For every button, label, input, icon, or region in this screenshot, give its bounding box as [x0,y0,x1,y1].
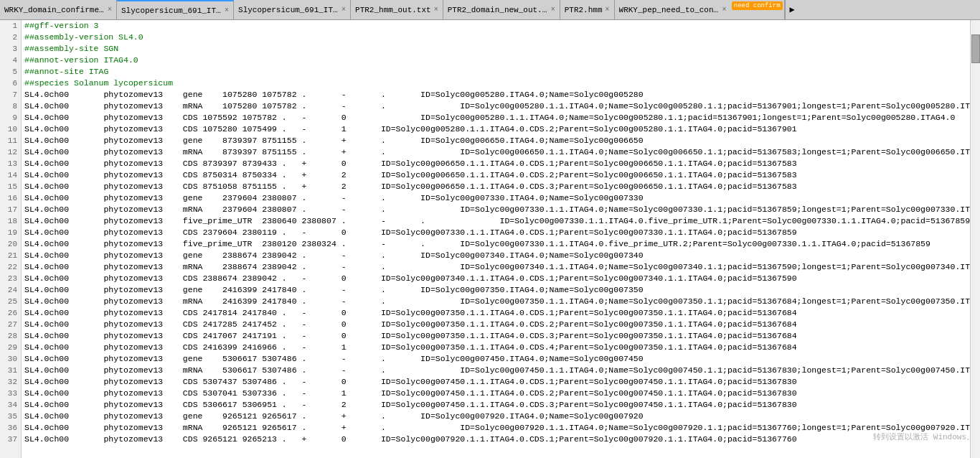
code-line-16: SL4.0ch00 phytozomev13 gene 2379604 2380… [22,192,970,204]
code-line-27: SL4.0ch00 phytozomev13 CDS 2417285 24174… [22,319,970,330]
tab-close-tab3[interactable]: × [341,6,346,14]
line-number-36: 36 [0,422,21,434]
line-number-16: 16 [0,192,21,204]
code-content: ##gff-version 3##assembly-version SL4.0#… [22,20,970,445]
code-line-15: SL4.0ch00 phytozomev13 CDS 8751058 87511… [22,181,970,192]
v-scrollbar[interactable] [970,20,980,458]
line-number-3: 3 [0,43,21,55]
code-line-26: SL4.0ch00 phytozomev13 CDS 2417814 24178… [22,307,970,319]
tab-tab2[interactable]: Slycopersicum_691_ITAG4.0.gene.gff3× [117,0,234,19]
line-number-25: 25 [0,296,21,307]
line-number-33: 33 [0,388,21,399]
code-line-28: SL4.0ch00 phytozomev13 CDS 2417067 24171… [22,330,970,342]
tab-tab1[interactable]: WRKY_domain_confirmed.fas× [0,0,117,19]
code-line-32: SL4.0ch00 phytozomev13 CDS 5307437 53074… [22,376,970,388]
code-line-35: SL4.0ch00 phytozomev13 gene 9265121 9265… [22,411,970,422]
code-line-12: SL4.0ch00 phytozomev13 mRNA 8739397 8751… [22,146,970,158]
code-line-10: SL4.0ch00 phytozomev13 CDS 1075280 10754… [22,123,970,135]
code-line-24: SL4.0ch00 phytozomev13 gene 2416399 2417… [22,284,970,296]
line-number-30: 30 [0,353,21,365]
code-line-30: SL4.0ch00 phytozomev13 gene 5306617 5307… [22,353,970,365]
code-line-37: SL4.0ch00 phytozomev13 CDS 9265121 92652… [22,434,970,445]
line-number-14: 14 [0,169,21,181]
tab-tab7[interactable]: WRKY_pep_need_to_confirm.fas×need confir… [615,0,785,19]
tab-label-tab2: Slycopersicum_691_ITAG4.0.gene.gff3 [121,6,222,15]
tab-close-tab7[interactable]: × [722,6,727,14]
line-number-17: 17 [0,204,21,215]
line-number-13: 13 [0,158,21,169]
tab-tab4[interactable]: PTR2_hmm_out.txt× [351,0,443,19]
line-number-37: 37 [0,434,21,445]
code-line-13: SL4.0ch00 phytozomev13 CDS 8739397 87394… [22,158,970,169]
line-number-10: 10 [0,123,21,135]
code-line-14: SL4.0ch00 phytozomev13 CDS 8750314 87503… [22,169,970,181]
tab-label-tab7: WRKY_pep_need_to_confirm.fas [619,6,720,14]
tab-label-tab1: WRKY_domain_confirmed.fas [4,6,105,14]
code-line-34: SL4.0ch00 phytozomev13 CDS 5306617 53069… [22,399,970,411]
code-area[interactable]: ##gff-version 3##assembly-version SL4.0#… [22,20,970,458]
line-number-35: 35 [0,411,21,422]
tab-scroll-right-btn[interactable]: ▶ [785,0,799,19]
code-line-33: SL4.0ch00 phytozomev13 CDS 5307041 53073… [22,388,970,399]
tab-tab5[interactable]: PTR2_domain_new_out.txt× [443,0,560,19]
tab-label-tab5: PTR2_domain_new_out.txt [448,6,548,14]
line-numbers: 1234567891011121314151617181920212223242… [0,20,22,458]
line-number-23: 23 [0,273,21,284]
tab-bar: WRKY_domain_confirmed.fas×Slycopersicum_… [0,0,980,20]
tab-close-tab5[interactable]: × [551,6,555,14]
line-number-32: 32 [0,376,21,388]
line-number-11: 11 [0,135,21,146]
code-line-23: SL4.0ch00 phytozomev13 CDS 2388674 23890… [22,273,970,284]
line-number-22: 22 [0,261,21,273]
tab-tab3[interactable]: Slycopersicum_691_ITAG4.0.protein.fa× [234,0,351,19]
code-line-9: SL4.0ch00 phytozomev13 CDS 1075592 10757… [22,112,970,123]
line-number-15: 15 [0,181,21,192]
line-number-18: 18 [0,215,21,227]
line-number-19: 19 [0,227,21,238]
line-number-29: 29 [0,342,21,353]
v-scrollbar-thumb[interactable] [971,34,980,63]
line-number-21: 21 [0,250,21,261]
line-number-12: 12 [0,146,21,158]
line-number-27: 27 [0,319,21,330]
line-number-1: 1 [0,20,21,32]
code-line-22: SL4.0ch00 phytozomev13 mRNA 2388674 2389… [22,261,970,273]
code-line-8: SL4.0ch00 phytozomev13 mRNA 1075280 1075… [22,101,970,112]
tab-close-tab4[interactable]: × [434,6,438,14]
code-line-7: SL4.0ch00 phytozomev13 gene 1075280 1075… [22,89,970,101]
code-line-3: ##assembly-site SGN [22,43,970,55]
tab-label-tab3: Slycopersicum_691_ITAG4.0.protein.fa [238,6,339,14]
tab-label-tab6: PTR2.hmm [565,6,603,14]
line-number-24: 24 [0,284,21,296]
line-number-31: 31 [0,365,21,376]
line-number-6: 6 [0,78,21,89]
code-line-31: SL4.0ch00 phytozomev13 mRNA 5306617 5307… [22,365,970,376]
code-line-11: SL4.0ch00 phytozomev13 gene 8739397 8751… [22,135,970,146]
code-line-1: ##gff-version 3 [22,20,970,32]
tab-label-tab4: PTR2_hmm_out.txt [355,6,431,14]
line-number-20: 20 [0,238,21,250]
line-number-4: 4 [0,55,21,66]
editor-area: 1234567891011121314151617181920212223242… [0,20,980,458]
line-number-26: 26 [0,307,21,319]
tab-tab6[interactable]: PTR2.hmm× [560,0,615,19]
code-line-19: SL4.0ch00 phytozomev13 CDS 2379604 23801… [22,227,970,238]
tab-close-tab6[interactable]: × [606,6,610,14]
code-line-4: ##annot-version ITAG4.0 [22,55,970,66]
code-line-25: SL4.0ch00 phytozomev13 mRNA 2416399 2417… [22,296,970,307]
line-number-8: 8 [0,101,21,112]
code-line-18: SL4.0ch00 phytozomev13 five_prime_UTR 23… [22,215,970,227]
line-number-5: 5 [0,66,21,78]
code-line-2: ##assembly-version SL4.0 [22,32,970,43]
line-number-7: 7 [0,89,21,101]
code-line-6: ##species Solanum lycopersicum [22,78,970,89]
need-confirm-badge: need confirm [732,1,783,10]
line-number-34: 34 [0,399,21,411]
code-line-20: SL4.0ch00 phytozomev13 five_prime_UTR 23… [22,238,970,250]
line-number-28: 28 [0,330,21,342]
line-number-9: 9 [0,112,21,123]
tab-close-tab2[interactable]: × [225,6,229,14]
code-line-21: SL4.0ch00 phytozomev13 gene 2388674 2389… [22,250,970,261]
tab-close-tab1[interactable]: × [108,6,112,14]
code-line-17: SL4.0ch00 phytozomev13 mRNA 2379604 2380… [22,204,970,215]
